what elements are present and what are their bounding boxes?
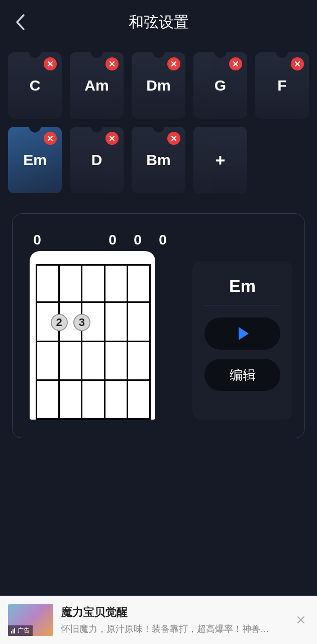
chord-chip-label: Bm <box>146 151 170 169</box>
chord-chip-g[interactable]: G <box>193 52 247 119</box>
fret-line <box>36 341 149 342</box>
chord-chip-c[interactable]: C <box>8 52 62 119</box>
finger-dot: 2 <box>51 314 68 331</box>
delete-chord-button[interactable] <box>291 57 304 70</box>
chord-chip-dm[interactable]: Dm <box>132 52 185 119</box>
ad-badge: 广告 <box>8 625 33 636</box>
close-icon <box>171 61 177 67</box>
divider <box>204 305 280 305</box>
delete-chord-button[interactable] <box>167 57 180 70</box>
fret-line <box>36 418 149 420</box>
ad-badge-text: 广告 <box>18 626 30 635</box>
close-icon <box>233 61 239 67</box>
string-line <box>36 264 37 420</box>
ad-title: 魔力宝贝觉醒 <box>61 605 285 620</box>
chord-detail-panel: 0000 23 Em 编辑 <box>12 213 305 438</box>
fret-line <box>36 301 149 303</box>
back-button[interactable] <box>10 12 30 32</box>
chord-chip-label: C <box>30 77 41 94</box>
chord-chip-label: G <box>215 77 226 94</box>
open-string-labels: 0000 <box>25 232 175 251</box>
edit-button[interactable]: 编辑 <box>204 359 280 391</box>
page-title: 和弦设置 <box>0 12 317 33</box>
chord-chip-am[interactable]: Am <box>70 52 124 119</box>
close-icon <box>47 135 53 141</box>
chord-chip-label: Dm <box>146 77 170 94</box>
close-icon <box>171 135 177 141</box>
close-icon <box>294 61 300 67</box>
add-chord-button[interactable]: + <box>193 127 247 193</box>
ad-close-button[interactable] <box>293 612 309 628</box>
ad-banner[interactable]: 广告 魔力宝贝觉醒 怀旧魔力，原汁原味！装备靠打，超高爆率！神兽… <box>0 596 317 644</box>
chord-chip-label: F <box>277 77 286 94</box>
delete-chord-button[interactable] <box>44 132 57 145</box>
chord-chip-label: D <box>91 151 102 169</box>
string-line <box>149 264 151 420</box>
ad-thumbnail: 广告 <box>8 604 53 636</box>
play-icon <box>239 327 249 340</box>
fretboard-grid: 23 <box>36 264 149 420</box>
chevron-left-icon <box>15 14 26 31</box>
open-string-marker: 0 <box>25 232 50 249</box>
chord-grid: CAmDmGFEmDBm+ <box>0 44 317 193</box>
close-icon <box>109 61 115 67</box>
open-string-marker <box>50 232 75 249</box>
finger-dot: 3 <box>73 314 90 331</box>
delete-chord-button[interactable] <box>44 57 57 70</box>
close-icon <box>109 135 115 141</box>
open-string-marker: 0 <box>100 232 125 249</box>
svg-rect-1 <box>13 629 14 633</box>
play-button[interactable] <box>204 317 280 350</box>
string-line <box>104 264 105 420</box>
ad-text: 魔力宝贝觉醒 怀旧魔力，原汁原味！装备靠打，超高爆率！神兽… <box>61 605 285 635</box>
ad-description: 怀旧魔力，原汁原味！装备靠打，超高爆率！神兽… <box>61 623 285 635</box>
chord-chip-label: Em <box>23 151 47 169</box>
chord-chip-f[interactable]: F <box>255 52 309 119</box>
delete-chord-button[interactable] <box>229 57 242 70</box>
fretboard: 23 <box>30 251 155 420</box>
close-icon <box>47 61 53 67</box>
string-line <box>58 264 60 420</box>
svg-rect-2 <box>14 628 15 633</box>
chord-chip-bm[interactable]: Bm <box>132 127 185 193</box>
svg-rect-0 <box>11 631 12 633</box>
fret-line <box>36 379 149 381</box>
open-string-marker: 0 <box>150 232 175 249</box>
delete-chord-button[interactable] <box>105 57 119 70</box>
open-string-marker: 0 <box>125 232 150 249</box>
string-line <box>81 264 82 420</box>
close-icon <box>296 615 306 625</box>
chord-actions-panel: Em 编辑 <box>192 261 292 420</box>
chord-chip-em[interactable]: Em <box>8 127 62 193</box>
chord-chip-label: Am <box>84 77 109 94</box>
chord-chip-d[interactable]: D <box>70 127 124 193</box>
string-line <box>127 264 128 420</box>
delete-chord-button[interactable] <box>167 132 180 145</box>
ad-logo-icon <box>11 628 16 633</box>
open-string-marker <box>75 232 100 249</box>
delete-chord-button[interactable] <box>105 132 119 145</box>
fretboard-container: 0000 23 <box>25 232 175 420</box>
selected-chord-name: Em <box>229 276 256 296</box>
